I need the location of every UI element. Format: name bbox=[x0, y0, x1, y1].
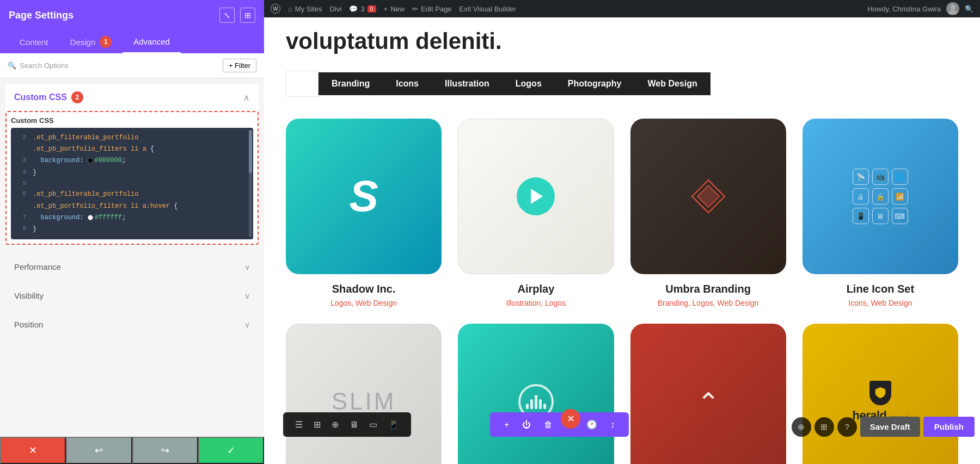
performance-section: Performance ∨ bbox=[5, 255, 259, 279]
code-editor[interactable]: 2 .et_pb_filterable_portfolio .et_pb_por… bbox=[11, 128, 253, 239]
toolbar-search-btn[interactable]: ⊕ bbox=[327, 417, 343, 432]
undo-button[interactable]: ↩ bbox=[66, 437, 132, 464]
grid-icon[interactable]: ⊞ bbox=[240, 8, 255, 23]
sort-btn[interactable]: ↕ bbox=[605, 417, 620, 432]
visibility-section: Visibility ∨ bbox=[5, 283, 259, 308]
item-title-umbra: Umbra Branding bbox=[665, 283, 751, 295]
portfolio-item-slim[interactable]: SLIM Slim Font Illustration, Web Design bbox=[286, 324, 442, 464]
thumb-umbra bbox=[630, 119, 786, 274]
divi-item[interactable]: Divi bbox=[330, 5, 342, 13]
portfolio-item-herald[interactable]: herald.brand herald.brand Branding, Web … bbox=[803, 324, 958, 464]
code-line: 3 background: #000000; bbox=[11, 155, 253, 166]
filter-photography[interactable]: Photography bbox=[555, 72, 635, 95]
item-title-airplay: Airplay bbox=[517, 283, 554, 295]
li-cell: 🔒 bbox=[872, 188, 889, 205]
performance-header[interactable]: Performance ∨ bbox=[5, 255, 259, 279]
portfolio-item-mobius[interactable]: ⌄ Mobius Branding, Logos bbox=[630, 324, 786, 464]
publish-button[interactable]: Publish bbox=[923, 417, 975, 437]
toolbar-menu-btn[interactable]: ☰ bbox=[291, 417, 307, 432]
layers-btn[interactable]: ⊞ bbox=[814, 417, 834, 437]
thumb-airplay bbox=[458, 119, 614, 274]
position-arrow: ∨ bbox=[244, 320, 250, 329]
custom-css-header[interactable]: Custom CSS 2 ∧ bbox=[5, 84, 259, 111]
performance-arrow: ∨ bbox=[244, 263, 250, 271]
li-cell: 📺 bbox=[872, 169, 889, 185]
save-draft-button[interactable]: Save Draft bbox=[860, 417, 920, 437]
cancel-button[interactable]: ✕ bbox=[0, 437, 66, 464]
filter-branding[interactable]: Branding bbox=[318, 72, 383, 95]
filter-icons[interactable]: Icons bbox=[383, 72, 432, 95]
exit-visual-builder[interactable]: Exit Visual Builder bbox=[460, 5, 517, 13]
portfolio-item-ascend[interactable]: Ascend Redesign Branding, Web Design bbox=[458, 324, 614, 464]
add-module-toolbar: + ⏻ 🗑 ⚙ 🕐 ↕ bbox=[490, 412, 629, 437]
portfolio-item-lineicon[interactable]: 📡 📺 🌐 🖨 🔒 📶 📱 🖥 ⌨ Line Icon Set Icon bbox=[803, 119, 958, 307]
main-layout: Page Settings ⤡ ⊞ Content Design 1 Advan… bbox=[0, 0, 980, 464]
toolbar-desktop-btn[interactable]: 🖥 bbox=[345, 417, 363, 432]
search-placeholder[interactable]: Search Options bbox=[20, 61, 69, 70]
redo-button[interactable]: ↪ bbox=[132, 437, 198, 464]
filter-bar: Branding Icons Illustration Logos Photog… bbox=[286, 71, 958, 97]
search-icon[interactable]: 🔍 bbox=[965, 5, 973, 13]
li-cell: ⌨ bbox=[892, 208, 908, 224]
toolbar-mobile-btn[interactable]: 📱 bbox=[384, 417, 403, 432]
visibility-header[interactable]: Visibility ∨ bbox=[5, 283, 259, 308]
panel-bottom: ✕ ↩ ↪ ✓ bbox=[0, 437, 264, 464]
wp-logo[interactable]: W bbox=[271, 4, 280, 14]
avatar[interactable] bbox=[946, 2, 959, 15]
filter-illustration[interactable]: Illustration bbox=[432, 72, 503, 95]
comments-item[interactable]: 💬 3 0 bbox=[349, 5, 376, 13]
code-line: 2 .et_pb_filterable_portfolio bbox=[11, 132, 253, 144]
toolbar-grid-btn[interactable]: ⊞ bbox=[309, 417, 325, 432]
filter-empty-cell bbox=[286, 71, 318, 97]
wp-bar-right: Howdy, Christina Gwira 🔍 bbox=[867, 2, 973, 15]
custom-css-arrow: ∧ bbox=[243, 92, 250, 103]
diamond-icon bbox=[687, 175, 730, 218]
panel-tabs: Content Design 1 Advanced bbox=[0, 30, 264, 53]
filter-webdesign[interactable]: Web Design bbox=[634, 72, 710, 95]
code-line: 4 } bbox=[11, 167, 253, 178]
code-editor-wrap: Custom CSS 2 .et_pb_filterable_portfolio… bbox=[5, 111, 259, 245]
code-line: 6 .et_pb_filterable_portfolio bbox=[11, 189, 253, 200]
position-title: Position bbox=[14, 320, 43, 329]
close-x-button[interactable]: ✕ bbox=[561, 409, 580, 429]
custom-css-title: Custom CSS 2 bbox=[14, 91, 83, 103]
filter-button[interactable]: + Filter bbox=[223, 59, 256, 72]
li-cell: 🌐 bbox=[892, 169, 908, 185]
filter-logos[interactable]: Logos bbox=[503, 72, 555, 95]
toolbar-tablet-btn[interactable]: ▭ bbox=[365, 417, 382, 432]
code-line: 5 bbox=[11, 178, 253, 189]
tab-content[interactable]: Content bbox=[9, 30, 59, 53]
power-btn[interactable]: ⏻ bbox=[517, 417, 536, 432]
zoom-btn[interactable]: ⊕ bbox=[792, 417, 811, 437]
tab-advanced[interactable]: Advanced bbox=[122, 30, 181, 53]
tab-design[interactable]: Design 1 bbox=[59, 30, 123, 53]
portfolio-item-umbra[interactable]: Umbra Branding Branding, Logos, Web Desi… bbox=[630, 119, 786, 307]
edit-page-item[interactable]: ✏ Edit Page bbox=[412, 5, 451, 13]
save-button[interactable]: ✓ bbox=[198, 437, 264, 464]
scrollbar-thumb bbox=[249, 130, 252, 173]
line-icons-grid: 📡 📺 🌐 🖨 🔒 📶 📱 🖥 ⌨ bbox=[847, 163, 914, 230]
search-icon: 🔍 bbox=[8, 61, 16, 70]
code-line: .et_pb_portfolio_filters li a:hover { bbox=[11, 201, 253, 212]
bar2 bbox=[530, 399, 533, 409]
item-title-lineicon: Line Icon Set bbox=[847, 283, 914, 295]
history-btn[interactable]: 🕐 bbox=[581, 417, 603, 432]
panel-header-icons: ⤡ ⊞ bbox=[219, 8, 255, 23]
portfolio-item-shadow[interactable]: S Shadow Inc. Logos, Web Design bbox=[286, 119, 442, 307]
portfolio-item-airplay[interactable]: Airplay Illustration, Logos bbox=[458, 119, 614, 307]
left-panel: Page Settings ⤡ ⊞ Content Design 1 Advan… bbox=[0, 0, 264, 464]
mobius-icon: ⌄ bbox=[697, 386, 720, 417]
my-sites-item[interactable]: ⌂ My Sites bbox=[288, 5, 322, 13]
bar1 bbox=[526, 404, 529, 409]
expand-icon[interactable]: ⤡ bbox=[219, 8, 235, 23]
module-toolbar: ☰ ⊞ ⊕ 🖥 ▭ 📱 bbox=[283, 412, 411, 437]
play-circle bbox=[517, 177, 555, 215]
delete-btn[interactable]: 🗑 bbox=[538, 417, 558, 432]
help-btn[interactable]: ? bbox=[837, 417, 857, 437]
scrollbar[interactable] bbox=[249, 130, 252, 237]
shield-icon bbox=[874, 386, 887, 400]
right-toolbar: ⊕ ⊞ ? Save Draft Publish bbox=[792, 417, 975, 437]
new-item[interactable]: + New bbox=[384, 5, 405, 13]
position-header[interactable]: Position ∨ bbox=[5, 312, 259, 337]
add-btn[interactable]: + bbox=[499, 417, 514, 432]
